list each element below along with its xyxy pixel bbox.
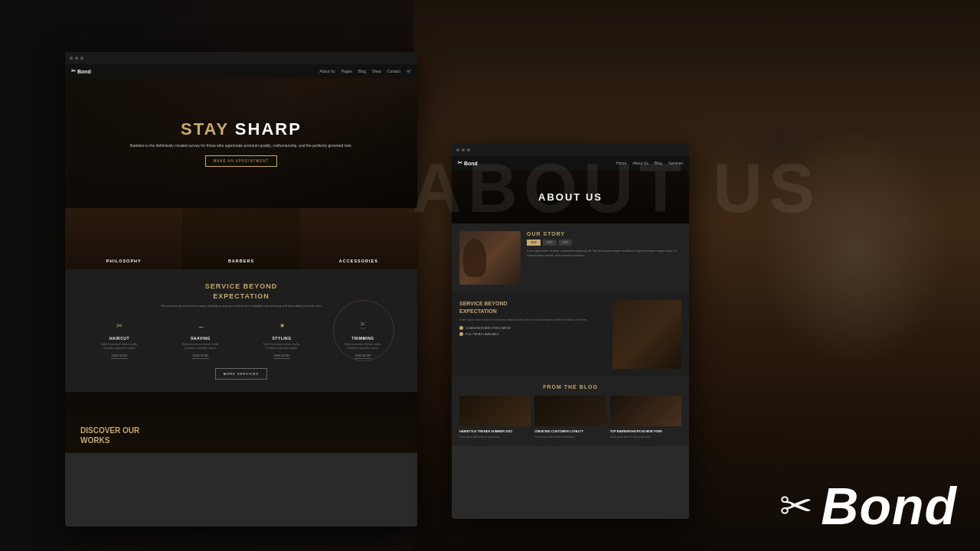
decorative-circle <box>333 300 394 361</box>
our-story-section: OUR STORY 2019 2020 2021 Lorem ipsum dol… <box>452 223 689 292</box>
service-title: SERVICE BEYOND EXPECTATION <box>73 282 410 301</box>
story-tab-2020[interactable]: 2020 <box>543 240 557 246</box>
hero-section: STAY SHARP Barbiere is the definitively … <box>65 78 417 208</box>
haircut-read-more[interactable]: READ MORE <box>111 354 127 359</box>
hero-subtitle: Barbiere is the definitively created sur… <box>115 139 368 152</box>
nav-blog[interactable]: Blog <box>358 69 366 73</box>
discover-line2: WORKS <box>80 435 139 445</box>
service-shaving: ⚊ SHAVING Nulla fermentum dictum mollis.… <box>178 318 224 360</box>
story-title: OUR STORY <box>527 231 681 236</box>
service-title-end: EXPECTATION <box>213 292 270 300</box>
shaving-read-more[interactable]: READ MORE <box>192 354 208 359</box>
r-nav-services[interactable]: Services <box>668 161 683 165</box>
blog-card-text-3: Lorem ipsum dolor sit amet consectetur. <box>610 435 681 439</box>
service-section-left: SERVICE BEYOND EXPECTATION Our services … <box>65 269 417 392</box>
nav-about[interactable]: About Us <box>319 69 335 73</box>
panel-philosophy-label: PHILOSOPHY <box>106 259 142 263</box>
panel-barbers-label: BARBERS <box>228 259 254 263</box>
feature-check-1 <box>459 326 463 330</box>
about-hero-section: ABOUT US <box>452 170 689 223</box>
scissors-nav-icon: ✂ <box>71 68 76 74</box>
browser-chrome-left <box>65 52 417 64</box>
blog-title: FROM THE BLOG <box>459 384 681 390</box>
more-services-button[interactable]: MORE SERVICES <box>215 368 267 380</box>
r-nav-blog[interactable]: Blog <box>655 161 662 165</box>
service-haircut: ✂ HAIRCUT Nulla fermentum dictum mollis.… <box>96 318 142 360</box>
service-right-text: Lorem ipsum dolor sit amet consectetur a… <box>459 318 606 323</box>
blog-card-title-2: CREATING CUSTOMER LOYALTY <box>534 429 606 434</box>
story-tabs: 2019 2020 2021 <box>527 240 681 246</box>
feature-2: FULL PRIVACY AVAILABLE <box>459 332 606 336</box>
nav-shop[interactable]: Shop <box>372 69 381 73</box>
browser-dot-3 <box>80 57 83 60</box>
service-right-title-end: BEYOND <box>485 301 508 306</box>
blog-section: FROM THE BLOG HAIRSTYLE TRENDS SUMMER 20… <box>452 377 689 446</box>
nav-logo-text-r: Bond <box>464 161 478 166</box>
scissors-nav-icon-r: ✂ <box>458 160 462 166</box>
styling-desc: Nulla fermentum dictum mollis. Curabitur… <box>259 343 305 351</box>
haircut-desc: Nulla fermentum dictum mollis. Curabitur… <box>96 343 142 351</box>
blog-card-text-1: Lorem ipsum dolor sit amet consectetur. <box>459 435 531 439</box>
left-mockup: ✂ Bond About Us Pages Blog Shop Contact … <box>65 52 417 527</box>
bond-brand-name: Bond <box>821 476 957 536</box>
hero-title-sharp: SHARP <box>235 119 302 139</box>
service-right-title: SERVICE BEYOND EXPECTATION <box>459 300 606 315</box>
service-right-content: SERVICE BEYOND EXPECTATION Lorem ipsum d… <box>459 300 606 369</box>
styling-read-more[interactable]: READ MORE <box>273 354 289 359</box>
shaving-icon: ⚊ <box>193 318 208 334</box>
site-nav-right: ✂ Bond Home About Us Blog Services <box>452 156 689 170</box>
service-title-gold: BEYOND <box>243 282 278 290</box>
blog-card-3[interactable]: TOP BARBERSHOPS IN NEW YORK Lorem ipsum … <box>610 396 681 439</box>
browser-chrome-right <box>452 144 689 156</box>
hero-title-gold: STAY <box>181 119 229 139</box>
feature-text-1: CLEANLINESS AND STERILIZATION <box>466 327 511 330</box>
nav-logo-right[interactable]: ✂ Bond <box>458 160 478 166</box>
blog-card-2[interactable]: CREATING CUSTOMER LOYALTY Lorem ipsum do… <box>534 396 606 439</box>
nav-cart[interactable]: 🛒 <box>407 69 411 73</box>
feature-text-2: FULL PRIVACY AVAILABLE <box>466 333 499 336</box>
r-browser-dot-1 <box>456 148 459 152</box>
nav-logo-left[interactable]: ✂ Bond <box>71 68 91 74</box>
shaving-name: SHAVING <box>191 336 211 341</box>
blog-image-3 <box>610 396 681 426</box>
r-browser-dot-2 <box>462 148 465 152</box>
bond-scissors-icon: ✂ <box>779 483 813 529</box>
nav-logo-text: Bond <box>77 69 91 74</box>
nav-links-right: Home About Us Blog Services <box>616 161 683 165</box>
nav-pages[interactable]: Pages <box>341 69 352 73</box>
appointment-button[interactable]: MAKE AN APPOINTMENT <box>205 155 278 167</box>
blog-card-title-1: HAIRSTYLE TRENDS SUMMER 2021 <box>459 429 531 434</box>
styling-icon: ★ <box>274 318 289 334</box>
discover-line1: DISCOVER OUR <box>80 425 139 435</box>
haircut-name: HAIRCUT <box>109 336 129 341</box>
bond-brand-logo: ✂ Bond <box>779 476 957 536</box>
story-tab-2019[interactable]: 2019 <box>527 240 541 246</box>
r-nav-about[interactable]: About Us <box>632 161 648 165</box>
story-tab-2021[interactable]: 2021 <box>559 240 573 246</box>
blog-grid: HAIRSTYLE TRENDS SUMMER 2021 Lorem ipsum… <box>459 396 681 439</box>
panel-accessories-label: ACCESSORIES <box>339 259 378 263</box>
service-right-title-exp: EXPECTATION <box>459 308 497 314</box>
panel-philosophy[interactable]: PHILOSOPHY <box>65 208 182 269</box>
discover-title: DISCOVER OUR WORKS <box>80 425 139 445</box>
panel-barbers[interactable]: BARBERS <box>182 208 299 269</box>
nav-links-left: About Us Pages Blog Shop Contact 🛒 <box>319 69 411 73</box>
service-right-title-gold: SERVICE <box>459 301 483 306</box>
about-hero-title: ABOUT US <box>538 191 603 203</box>
styling-name: STYLING <box>272 336 291 341</box>
blog-card-1[interactable]: HAIRSTYLE TRENDS SUMMER 2021 Lorem ipsum… <box>459 396 531 439</box>
nav-contact[interactable]: Contact <box>387 69 400 73</box>
blog-image-2 <box>534 396 606 426</box>
service-right-section: SERVICE BEYOND EXPECTATION Lorem ipsum d… <box>452 292 689 377</box>
blog-image-1 <box>459 396 531 426</box>
r-nav-home[interactable]: Home <box>616 161 626 165</box>
service-right-image <box>612 300 681 369</box>
story-text: Lorem ipsum dolor sit amet, consectetur … <box>527 249 681 258</box>
r-browser-dot-3 <box>467 148 470 152</box>
haircut-icon: ✂ <box>112 318 127 334</box>
shaving-desc: Nulla fermentum dictum mollis. Curabitur… <box>178 343 224 351</box>
right-mockup: ✂ Bond Home About Us Blog Services ABOUT… <box>452 144 689 519</box>
panel-accessories[interactable]: ACCESSORIES <box>300 208 417 269</box>
feature-1: CLEANLINESS AND STERILIZATION <box>459 326 606 330</box>
service-title-white: SERVICE <box>205 282 240 290</box>
